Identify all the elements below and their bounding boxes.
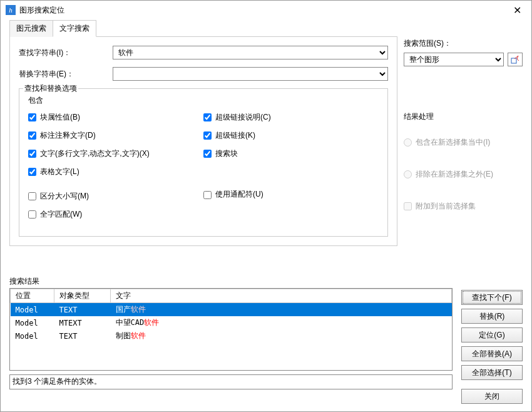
cb-whole-word[interactable]: 全字匹配(W) (28, 210, 82, 219)
pick-objects-button[interactable] (508, 53, 523, 66)
replace-all-button[interactable]: 全部替换(A) (461, 346, 523, 361)
radio-exclude-selection[interactable]: 排除在新选择集之外(E) (404, 170, 493, 178)
find-string-input[interactable]: 软件 (113, 46, 388, 59)
tab-element-search[interactable]: 图元搜索 (9, 20, 53, 37)
replace-button[interactable]: 替换(R) (461, 309, 523, 324)
tab-panel: 查找字符串(I)： 软件 替换字符串(E)： 查找和替换选项 包含 块属性值(B… (9, 37, 397, 246)
cb-search-block[interactable]: 搜索块 (203, 149, 238, 158)
results-label: 搜索结果 (9, 276, 523, 287)
locate-button[interactable]: 定位(G) (461, 327, 523, 342)
cb-case-sensitive[interactable]: 区分大小写(M) (28, 192, 89, 200)
select-icon (511, 55, 519, 64)
options-group: 查找和替换选项 包含 块属性值(B) 标注注释文字(D) 文字(多行文字,动态文… (19, 88, 388, 237)
cb-hyperlink-desc[interactable]: 超级链接说明(C) (203, 113, 271, 121)
dialog-window: h 图形搜索定位 ✕ 图元搜索 文字搜索 查找字符串(I)： 软件 替换字符串(… (0, 0, 532, 412)
col-location: 位置 (11, 289, 54, 303)
options-group-title: 查找和替换选项 (23, 83, 78, 94)
results-table[interactable]: 位置 对象类型 文字 ModelTEXT国产软件ModelMTEXT中望CAD软… (10, 289, 452, 342)
find-label: 查找字符串(I)： (19, 48, 113, 58)
replace-label: 替换字符串(E)： (19, 69, 113, 80)
include-title: 包含 (28, 95, 379, 106)
window-title: 图形搜索定位 (19, 5, 64, 16)
status-text: 找到3 个满足条件的实体。 (9, 374, 453, 389)
replace-string-input[interactable] (113, 67, 388, 81)
range-label: 搜索范围(S)： (404, 38, 523, 49)
cb-text-all[interactable]: 文字(多行文字,动态文字,文字)(X) (28, 149, 150, 158)
cb-table-text[interactable]: 表格文字(L) (28, 167, 79, 176)
radio-include-selection[interactable]: 包含在新选择集当中(I) (404, 138, 490, 147)
cb-dim-text[interactable]: 标注注释文字(D) (28, 131, 96, 140)
results-handling-group: 结果处理 包含在新选择集当中(I) 排除在新选择集之外(E) 附加到当前选择集 (404, 111, 523, 212)
col-type: 对象类型 (54, 289, 111, 303)
table-row[interactable]: ModelTEXT制图软件 (11, 329, 452, 342)
cb-block-attr[interactable]: 块属性值(B) (28, 113, 80, 121)
close-icon[interactable]: ✕ (508, 4, 526, 16)
titlebar: h 图形搜索定位 ✕ (1, 1, 531, 19)
results-handling-title: 结果处理 (404, 111, 523, 122)
col-text: 文字 (111, 289, 452, 303)
cb-append-selection[interactable]: 附加到当前选择集 (404, 202, 476, 210)
tab-text-search[interactable]: 文字搜索 (53, 20, 96, 37)
svg-rect-0 (511, 58, 516, 63)
range-select[interactable]: 整个图形 (404, 53, 504, 66)
cb-wildcard[interactable]: 使用通配符(U) (203, 190, 263, 198)
app-icon: h (6, 5, 16, 15)
tabs: 图元搜索 文字搜索 (9, 19, 397, 37)
table-row[interactable]: ModelTEXT国产软件 (11, 303, 452, 317)
select-all-button[interactable]: 全部选择(T) (461, 365, 523, 380)
find-next-button[interactable]: 查找下个(F) (461, 290, 523, 305)
close-button[interactable]: 关闭 (461, 389, 523, 404)
table-row[interactable]: ModelMTEXT中望CAD软件 (11, 316, 452, 329)
cb-hyperlink[interactable]: 超级链接(K) (203, 131, 255, 140)
